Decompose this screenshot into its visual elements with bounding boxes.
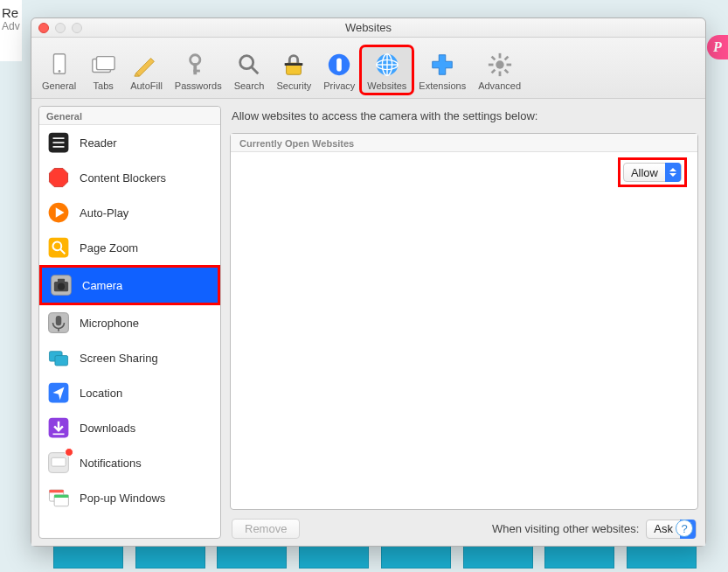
sidebar-item-label: Reader (80, 136, 117, 150)
sidebar: General ReaderContent BlockersAuto-PlayP… (38, 106, 221, 539)
bg-text-1: Re (2, 5, 20, 20)
microphone-icon (46, 310, 71, 335)
toolbar-label: Passwords (175, 80, 222, 91)
sidebar-item-page-zoom[interactable]: Page Zoom (39, 230, 220, 265)
general-icon (45, 51, 73, 79)
svg-rect-43 (56, 316, 62, 325)
tabs-icon (89, 51, 117, 79)
svg-rect-56 (54, 495, 68, 498)
help-button[interactable]: ? (676, 520, 693, 537)
sidebar-item-downloads[interactable]: Downloads (39, 410, 220, 445)
privacy-icon (325, 51, 353, 79)
svg-point-19 (496, 60, 503, 68)
row-select-highlight: Allow (618, 157, 687, 187)
downloads-icon (46, 415, 71, 440)
titlebar: Websites (31, 18, 705, 38)
autofill-icon (132, 51, 160, 79)
svg-point-1 (58, 70, 60, 73)
toolbar-advanced[interactable]: Advanced (473, 47, 526, 93)
sidebar-item-label: Microphone (80, 317, 139, 330)
svg-rect-46 (55, 356, 68, 366)
sidebar-item-label: Camera (82, 279, 122, 292)
list-header: Currently Open Websites (231, 134, 697, 152)
svg-point-40 (58, 283, 65, 290)
sidebar-item-label: Page Zoom (80, 241, 138, 255)
pagezoom-icon (46, 235, 71, 260)
svg-point-8 (240, 56, 253, 69)
svg-line-26 (491, 70, 495, 73)
svg-rect-52 (52, 457, 66, 466)
sidebar-item-camera[interactable]: Camera (39, 265, 220, 305)
toolbar-label: AutoFill (130, 80, 163, 91)
notifications-icon (46, 450, 71, 475)
toolbar-label: Extensions (419, 80, 466, 91)
search-icon (235, 51, 263, 79)
sidebar-item-reader[interactable]: Reader (39, 125, 220, 160)
svg-rect-3 (97, 57, 115, 70)
sidebar-item-label: Location (80, 387, 122, 400)
toolbar-websites[interactable]: Websites (362, 47, 412, 93)
sidebar-item-autoplay[interactable]: Auto-Play (39, 195, 220, 230)
sidebar-item-screen-sharing[interactable]: Screen Sharing (39, 340, 220, 375)
toolbar-label: Websites (367, 80, 406, 91)
sidebar-item-label: Downloads (80, 422, 135, 435)
svg-rect-41 (58, 279, 65, 283)
toolbar-autofill[interactable]: AutoFill (125, 47, 168, 93)
toolbar-label: Search (234, 80, 265, 91)
toolbar-passwords[interactable]: Passwords (170, 47, 227, 93)
sidebar-item-label: Screen Sharing (80, 352, 158, 365)
svg-rect-7 (193, 70, 200, 73)
sidebar-item-label: Notifications (80, 457, 142, 470)
toolbar-tabs[interactable]: Tabs (83, 47, 123, 93)
svg-rect-35 (49, 238, 69, 258)
svg-rect-13 (336, 59, 342, 72)
blockers-icon (46, 165, 71, 190)
security-icon (280, 51, 308, 79)
main-panel: Allow websites to access the camera with… (230, 106, 698, 539)
toolbar-label: Security (276, 80, 311, 91)
toolbar-general[interactable]: General (37, 47, 81, 93)
website-row-select[interactable]: Allow (623, 163, 682, 182)
sidebar-item-label: Content Blockers (80, 171, 166, 185)
sidebar-item-content-blockers[interactable]: Content Blockers (39, 160, 220, 195)
autoplay-icon (46, 200, 71, 225)
websites-icon (373, 51, 401, 79)
svg-rect-6 (193, 63, 197, 74)
toolbar-search[interactable]: Search (229, 47, 270, 93)
svg-line-25 (504, 70, 508, 73)
toolbar: GeneralTabsAutoFillPasswordsSearchSecuri… (31, 38, 705, 99)
advanced-icon (486, 51, 514, 79)
main-heading: Allow websites to access the camera with… (230, 106, 698, 126)
website-row[interactable]: Allow (231, 161, 690, 184)
svg-marker-32 (49, 168, 67, 186)
sidebar-item-notifications[interactable]: Notifications (39, 445, 220, 480)
toolbar-label: General (42, 80, 76, 91)
remove-button[interactable]: Remove (232, 519, 300, 539)
sidebar-item-location[interactable]: Location (39, 375, 220, 410)
reader-icon (46, 130, 71, 155)
website-row-select-value: Allow (624, 166, 665, 179)
sidebar-item-microphone[interactable]: Microphone (39, 305, 220, 340)
sidebar-header: General (39, 107, 220, 125)
extensions-icon (428, 51, 456, 79)
svg-rect-11 (285, 63, 303, 66)
preferences-window: Websites GeneralTabsAutoFillPasswordsSea… (31, 17, 706, 547)
websites-list: Currently Open Websites Allow (230, 133, 698, 510)
svg-rect-54 (49, 490, 63, 492)
footer-label: When visiting other websites: (492, 522, 639, 535)
svg-line-9 (252, 67, 259, 74)
chevron-updown-icon (665, 163, 681, 182)
badge-dot (65, 448, 73, 457)
toolbar-security[interactable]: Security (271, 47, 316, 93)
window-title: Websites (31, 21, 705, 34)
toolbar-label: Advanced (478, 80, 521, 91)
toolbar-privacy[interactable]: Privacy (318, 47, 360, 93)
popup-icon (46, 485, 71, 510)
svg-line-24 (491, 57, 495, 60)
toolbar-extensions[interactable]: Extensions (413, 47, 471, 93)
toolbar-label: Tabs (94, 80, 114, 91)
pinterest-badge[interactable]: P (707, 35, 728, 59)
camera-icon (49, 273, 73, 297)
sidebar-item-label: Pop-up Windows (80, 492, 165, 505)
sidebar-item-popup[interactable]: Pop-up Windows (39, 480, 220, 515)
